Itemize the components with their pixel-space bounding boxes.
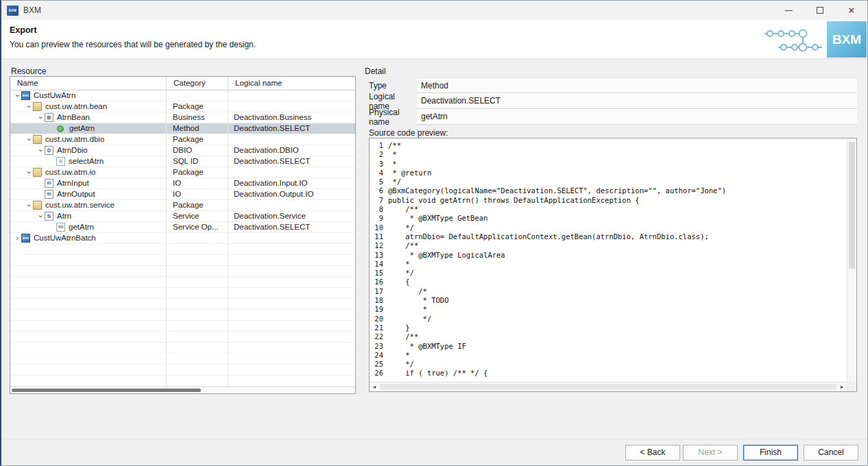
tree-cell-logical-name [228,288,355,299]
tree-row[interactable]: ›DAtrnDbioDBIODeactivation.DBIO [10,145,355,156]
tree-cell-logical-name [228,255,355,266]
package-icon [33,201,42,210]
tree-row[interactable]: ›cust.uw.atrn.beanPackage [10,101,355,112]
line-text: atrnDbio= DefaultApplicationContext.getB… [388,232,709,241]
tree-item-label: CustUwAtrn [34,90,75,101]
line-text: * @BXMType IF [388,342,466,351]
tree-row[interactable]: SOgetAtrnService Op...Deactivation.SELEC… [10,222,355,233]
tree-cell-category [167,321,228,332]
line-number: 8 [372,205,383,214]
tree-cell-logical-name [228,167,355,178]
code-line: 26 if ( true) /** */ { [372,369,847,378]
wizard-button-bar: < Back Next > Finish Cancel [1,439,867,465]
collapse-arrow-icon[interactable]: › [24,136,34,144]
hscrollbar-thumb[interactable] [12,389,201,392]
collapse-arrow-icon[interactable]: › [36,212,46,221]
tree-item-label: CustUwAtrnBatch [34,233,96,243]
next-button[interactable]: Next > [683,445,738,461]
package-icon [33,168,42,177]
back-button[interactable]: < Back [625,445,680,461]
tree-item-label: cust.uw.atrn.dbio [45,134,104,145]
tree-indent [10,227,48,228]
source-code-preview[interactable]: 1/**2 * 3 * 4 * @return5 */6@BxmCategory… [369,138,857,392]
tree-row-empty [10,299,355,310]
minimize-icon [785,10,793,11]
tree-row-empty [10,354,355,365]
tree-row[interactable]: ›cust.uw.atrn.ioPackage [10,167,355,178]
collapse-arrow-icon[interactable]: › [12,92,23,100]
dbio-icon: D [45,146,53,155]
tree-cell-logical-name [228,376,355,387]
code-line: 2 * [372,150,847,159]
bxm-batch-icon: BXM [21,234,30,243]
tree-row[interactable]: ›cust.uw.atrn.dbioPackage [10,134,355,145]
line-number: 17 [372,287,383,296]
expand-arrow-icon[interactable]: › [13,233,21,243]
tree-cell-logical-name [228,244,355,255]
line-text: public void getAtrn() throws DefaultAppl… [388,196,640,205]
tree-row-empty [10,332,355,343]
hscrollbar-thumb[interactable] [380,384,836,390]
tree-cell-category: Package [167,101,228,112]
collapse-arrow-icon[interactable]: › [24,103,34,111]
tree-row[interactable]: ›BXMCustUwAtrnBatch [10,233,355,244]
tree-row-empty [10,255,355,266]
code-hscrollbar[interactable]: ◄ ► [370,382,847,391]
tree-row[interactable]: ›SAtrnServiceDeactivation.Service [10,211,355,222]
tree-cell-logical-name: Deactivation.Service [228,211,355,222]
tree-row[interactable]: ≡selectAtrnSQL IDDeactivation.SELECT [10,156,355,167]
tree-cell-logical-name [228,101,355,112]
scroll-right-icon[interactable]: ► [837,382,847,391]
finish-button[interactable]: Finish [743,445,798,461]
line-number: 20 [372,315,383,323]
code-line: 16 { [372,278,847,286]
line-number: 9 [372,214,383,223]
collapse-arrow-icon[interactable]: › [24,169,34,177]
vscrollbar-thumb[interactable] [849,142,855,269]
collapse-arrow-icon[interactable]: › [24,201,34,210]
column-header-category[interactable]: Category [167,77,228,90]
maximize-button[interactable] [804,1,836,20]
collapse-arrow-icon[interactable]: › [36,114,46,122]
code-line: 17 /* [372,287,847,296]
line-text: /* [388,287,427,296]
tree-row[interactable]: IOAtrnInputIODeactivation.Input.IO [10,178,355,189]
close-button[interactable]: ✕ [836,1,867,20]
column-header-logical-name[interactable]: Logical name [228,77,355,90]
cancel-button[interactable]: Cancel [804,445,858,461]
field-type: Type Method [369,77,857,93]
tree-row-empty [10,365,355,376]
tree-row[interactable]: getAtrnMethodDeactivation.SELECT [10,123,355,134]
field-physical-name-label: Physical name [369,109,417,125]
tree-cell-category [167,288,228,299]
resource-tree-body: ›BXMCustUwAtrn›cust.uw.atrn.beanPackage›… [10,90,355,387]
tree-indent [10,139,25,140]
code-vscrollbar[interactable] [847,138,856,382]
tree-cell-category: Service Op... [167,222,228,233]
scroll-left-icon[interactable]: ◄ [370,382,379,391]
tree-row[interactable]: ›BXMCustUwAtrn [10,90,355,101]
line-number: 7 [372,196,383,205]
line-number: 23 [372,342,383,351]
tree-cell-logical-name: Deactivation.Output.IO [228,189,355,200]
tree-column-headers: Name Category Logical name [10,77,355,90]
resource-tree-hscrollbar[interactable] [10,387,355,393]
line-text: /** [388,332,418,341]
field-logical-name: Logical name Deactivation.SELECT [369,93,857,109]
tree-row[interactable]: ›cust.uw.atrn.servicePackage [10,200,355,211]
code-line: 4 * @return [372,169,847,177]
tree-row-empty [10,288,355,299]
minimize-button[interactable] [773,1,804,20]
line-number: 13 [372,251,383,260]
line-text: * @BXMType LogicalArea [388,251,505,260]
line-number: 16 [372,278,383,286]
tree-row[interactable]: ›BAtrnBeanBusinessDeactivation.Business [10,112,355,123]
tree-row-empty [10,310,355,321]
column-header-name[interactable]: Name [10,77,167,90]
tree-cell-logical-name [228,277,355,288]
tree-row[interactable]: IOAtrnOutputIODeactivation.Output.IO [10,189,355,200]
page-description: You can preview the resources that will … [10,40,256,49]
collapse-arrow-icon[interactable]: › [36,147,46,155]
app-icon: BXM [7,5,19,16]
line-text: * [388,351,410,360]
